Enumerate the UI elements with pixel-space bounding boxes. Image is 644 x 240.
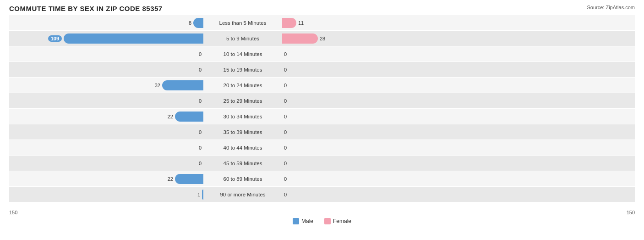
axis-labels: 150 150: [9, 208, 635, 216]
male-value: 32: [151, 83, 160, 88]
bar-label: 10 to 14 Minutes: [206, 51, 279, 57]
right-section: 11: [279, 18, 476, 28]
female-value: 0: [284, 67, 293, 73]
legend-female-box: [324, 218, 331, 224]
chart-container: COMMUTE TIME BY SEX IN ZIP CODE 85357 So…: [0, 0, 644, 240]
bar-row: 22 30 to 34 Minutes 0: [9, 109, 635, 124]
bar-row: 0 25 to 29 Minutes 0: [9, 93, 635, 108]
bar-label: Less than 5 Minutes: [206, 20, 279, 26]
left-section: 0: [9, 143, 206, 153]
bar-row: 0 40 to 44 Minutes 0: [9, 140, 635, 155]
female-value: 0: [284, 161, 293, 166]
left-section: 0: [9, 49, 206, 59]
right-section: 0: [279, 158, 476, 168]
bar-row: 8 Less than 5 Minutes 11: [9, 15, 635, 30]
right-section: 0: [279, 80, 476, 90]
left-section: 0: [9, 96, 206, 106]
right-section: 0: [279, 127, 476, 137]
bar-label: 15 to 19 Minutes: [206, 67, 279, 73]
bar-label: 45 to 59 Minutes: [206, 161, 279, 166]
bar-row: 22 60 to 89 Minutes 0: [9, 171, 635, 186]
female-value: 28: [320, 36, 329, 41]
male-value: 22: [164, 176, 173, 182]
right-section: 0: [279, 112, 476, 122]
left-section: 0: [9, 127, 206, 137]
left-section: 109: [9, 33, 206, 44]
female-value: 0: [284, 83, 293, 88]
bar-label: 20 to 24 Minutes: [206, 83, 279, 88]
female-value: 0: [284, 51, 293, 57]
chart-title: COMMUTE TIME BY SEX IN ZIP CODE 85357: [9, 5, 635, 12]
right-section: 0: [279, 65, 476, 75]
bar-row: 32 20 to 24 Minutes 0: [9, 78, 635, 93]
bar-row: 0 35 to 39 Minutes 0: [9, 124, 635, 140]
male-badge: 109: [48, 35, 62, 42]
right-section: 0: [279, 96, 476, 106]
right-section: 0: [279, 49, 476, 59]
male-value: 0: [192, 145, 202, 151]
chart-area: 8 Less than 5 Minutes 11 109 5 to 9 Minu…: [9, 15, 635, 208]
left-section: 22: [9, 174, 206, 184]
bar-label: 30 to 34 Minutes: [206, 114, 279, 119]
legend-male: Male: [293, 218, 313, 224]
bar-row: 0 10 to 14 Minutes 0: [9, 46, 635, 61]
axis-left: 150: [9, 210, 206, 215]
male-value: 0: [192, 98, 202, 104]
legend-male-label: Male: [301, 218, 313, 224]
male-value: 22: [164, 114, 173, 119]
male-bar: [175, 174, 203, 184]
axis-right: 150: [438, 210, 635, 215]
bar-label: 90 or more Minutes: [206, 192, 279, 197]
axis-left-value: 150: [9, 210, 17, 215]
male-bar: [175, 112, 203, 122]
bar-label: 40 to 44 Minutes: [206, 145, 279, 151]
bar-label: 35 to 39 Minutes: [206, 129, 279, 135]
right-section: 28: [279, 33, 476, 44]
male-value: 0: [192, 129, 202, 135]
female-value: 0: [284, 176, 293, 182]
female-value: 0: [284, 145, 293, 151]
female-value: 0: [284, 114, 293, 119]
legend-female-label: Female: [333, 218, 351, 224]
left-section: 1: [9, 190, 206, 200]
bar-row: 0 15 to 19 Minutes 0: [9, 62, 635, 77]
male-value: 0: [192, 51, 202, 57]
female-value: 0: [284, 192, 293, 197]
right-section: 0: [279, 174, 476, 184]
female-value: 0: [284, 98, 293, 104]
source-text: Source: ZipAtlas.com: [587, 5, 635, 10]
left-section: 0: [9, 158, 206, 168]
male-bar: [162, 80, 203, 90]
right-section: 0: [279, 190, 476, 200]
bar-label: 5 to 9 Minutes: [206, 36, 279, 41]
male-value: 1: [191, 192, 200, 197]
bar-row: 1 90 or more Minutes 0: [9, 187, 635, 202]
legend-male-box: [293, 218, 299, 224]
female-bar: [282, 18, 296, 28]
axis-right-value: 150: [627, 210, 635, 215]
female-value: 0: [284, 129, 293, 135]
left-section: 32: [9, 80, 206, 90]
left-section: 8: [9, 18, 206, 28]
bar-label: 60 to 89 Minutes: [206, 176, 279, 182]
legend: Male Female: [9, 218, 635, 224]
female-value: 11: [298, 20, 307, 26]
left-section: 0: [9, 65, 206, 75]
bar-row: 109 5 to 9 Minutes 28: [9, 31, 635, 46]
right-section: 0: [279, 143, 476, 153]
male-bar: [202, 190, 203, 200]
male-bar: [64, 33, 203, 44]
bar-row: 0 45 to 59 Minutes 0: [9, 156, 635, 171]
male-bar: [193, 18, 203, 28]
left-section: 22: [9, 112, 206, 122]
female-bar: [282, 33, 318, 44]
male-value: 8: [182, 20, 191, 26]
male-value: 0: [192, 67, 202, 73]
male-value: 0: [192, 161, 202, 166]
bar-label: 25 to 29 Minutes: [206, 98, 279, 104]
legend-female: Female: [324, 218, 351, 224]
